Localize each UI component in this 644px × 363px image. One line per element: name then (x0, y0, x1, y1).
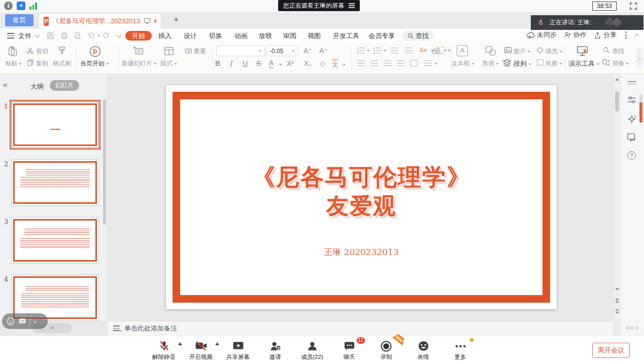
align-right-icon[interactable] (384, 60, 391, 66)
scroll-up-icon[interactable] (615, 78, 619, 81)
outline-option-icon[interactable] (537, 59, 544, 65)
tab-member[interactable]: 会员专享 (366, 31, 397, 41)
find-icon[interactable] (603, 47, 610, 54)
unmute-button[interactable]: 解除静音 (152, 339, 176, 361)
copy-icon[interactable] (26, 59, 34, 66)
share-button[interactable]: 分享 (594, 30, 617, 40)
paste-button[interactable]: 粘贴 (5, 59, 22, 68)
fill-button[interactable]: 填充 (546, 47, 562, 56)
arrange-icon[interactable] (502, 59, 512, 67)
find-button[interactable]: 查找 (612, 47, 624, 56)
replace-button[interactable]: 替换 (612, 59, 629, 68)
presentation-tools-icon[interactable] (576, 45, 589, 57)
increase-indent-icon[interactable] (405, 48, 413, 54)
share-screen-button[interactable]: 共享屏幕 (226, 339, 250, 361)
slides-tab[interactable]: 幻灯片 (50, 80, 79, 91)
format-painter-button[interactable]: 格式刷 (53, 59, 71, 68)
scrollbar-thumb[interactable] (615, 91, 619, 112)
reset-button[interactable]: 重置 (194, 47, 206, 56)
pill-collapse-icon[interactable]: ‹ (34, 317, 37, 325)
outline-button[interactable]: 轮廓 (546, 59, 562, 68)
columns-icon[interactable] (410, 60, 418, 66)
shapes-button[interactable]: 形状 (482, 59, 499, 68)
arrange-button[interactable]: 排列 (514, 59, 531, 68)
undo-icon[interactable] (87, 32, 95, 40)
notes-bar[interactable]: 单击此处添加备注 (108, 321, 613, 336)
fill-icon[interactable] (536, 47, 544, 54)
underline-button[interactable]: U (243, 59, 248, 67)
mirror-window-icon[interactable] (627, 133, 637, 142)
presentation-tools-button[interactable]: 演示工具 (568, 59, 599, 68)
play-from-page-button[interactable]: 当页开始 (80, 59, 109, 68)
strikethrough-button[interactable]: S (256, 59, 261, 67)
members-button[interactable]: 成员(22) (300, 339, 324, 361)
mic-options-caret-icon[interactable] (178, 342, 182, 345)
collapse-ribbon-icon[interactable] (635, 33, 640, 39)
tab-slideshow[interactable]: 放映 (257, 31, 274, 41)
new-slide-button[interactable]: 新建幻灯片 (122, 59, 157, 68)
bullet-list-caret-icon[interactable] (367, 50, 370, 52)
cut-button[interactable]: 剪切 (36, 47, 48, 56)
leave-meeting-button[interactable]: 离开会议 (592, 343, 630, 358)
scroll-down-icon[interactable] (615, 288, 619, 291)
video-options-caret-icon[interactable] (215, 342, 219, 345)
undo-dropdown-caret-icon[interactable] (97, 35, 100, 37)
main-menu-icon[interactable] (7, 33, 14, 39)
paste-icon[interactable] (7, 46, 18, 57)
next-slide-icon[interactable] (615, 309, 619, 314)
record-button[interactable]: NEW 录制 (375, 339, 398, 361)
print-icon[interactable] (60, 32, 68, 40)
layout-button[interactable]: 版式 (160, 59, 177, 68)
outline-tab[interactable]: 大纲 (30, 82, 44, 91)
file-menu-chevron-icon[interactable] (35, 33, 40, 38)
ribbon-overflow-chevron[interactable]: › (636, 49, 643, 68)
change-case-button[interactable]: AB (432, 47, 440, 54)
shapes-icon[interactable] (485, 45, 496, 57)
justify-icon[interactable] (397, 60, 404, 66)
banner-menu-icon[interactable] (349, 3, 355, 8)
slide-panel-scrollbar[interactable] (103, 99, 106, 225)
decrease-indent-icon[interactable] (391, 48, 398, 54)
format-painter-icon[interactable] (57, 46, 67, 56)
more-panels-icon[interactable] (626, 326, 638, 330)
panel-handle-icon[interactable] (628, 81, 636, 84)
find-pill-button[interactable]: 查找 (402, 30, 434, 41)
new-tab-button[interactable]: + (171, 15, 182, 26)
phonetic-guide-button[interactable]: wén 文 (332, 58, 338, 67)
more-options-kebab-icon[interactable] (624, 31, 628, 39)
textbox-icon[interactable]: A (457, 45, 468, 56)
superscript-button[interactable]: X² (287, 59, 294, 67)
tab-start[interactable]: 开始 (125, 31, 152, 41)
meeting-info-icon[interactable]: i (4, 2, 13, 10)
document-tab[interactable]: P 《尼各马可伦理学...20232013 (39, 13, 161, 28)
fullscreen-icon[interactable] (629, 2, 638, 11)
bold-button[interactable]: B (215, 59, 220, 67)
align-left-icon[interactable] (357, 60, 365, 66)
quick-toolbar-chevron-icon[interactable] (117, 33, 122, 38)
file-menu[interactable]: 文件 (18, 31, 31, 41)
textbox-button[interactable]: 文本框 (452, 59, 474, 68)
play-from-page-icon[interactable] (89, 45, 101, 58)
tab-developer[interactable]: 开发工具 (331, 31, 361, 41)
font-color-button[interactable]: A (269, 59, 274, 68)
grow-font-button[interactable]: A⁺ (303, 47, 312, 55)
print-preview-icon[interactable] (74, 32, 81, 40)
slide-3-thumbnail[interactable] (11, 217, 99, 264)
collaborate-button[interactable]: 协作 (564, 30, 587, 40)
chat-button[interactable]: 11 聊天 (337, 339, 361, 361)
more-button[interactable]: 更多 (449, 339, 472, 361)
tab-transition[interactable]: 切换 (207, 31, 224, 41)
tab-review[interactable]: 审阅 (281, 31, 298, 41)
new-slide-icon[interactable] (133, 46, 144, 57)
tab-view[interactable]: 视图 (306, 31, 323, 41)
change-case-caret-icon[interactable] (444, 50, 447, 52)
picture-button[interactable]: 图片 (514, 47, 530, 56)
cut-icon[interactable] (26, 47, 34, 54)
save-icon[interactable] (47, 32, 54, 40)
meeting-shield-icon[interactable]: + (17, 2, 25, 10)
main-scrollbar[interactable] (613, 74, 620, 321)
slide-2-thumbnail[interactable] (11, 159, 99, 206)
slide-subtitle[interactable]: 王琳 2020232013 (166, 246, 557, 258)
help-icon[interactable]: ? (627, 151, 636, 160)
invite-button[interactable]: 邀请 (263, 339, 287, 361)
